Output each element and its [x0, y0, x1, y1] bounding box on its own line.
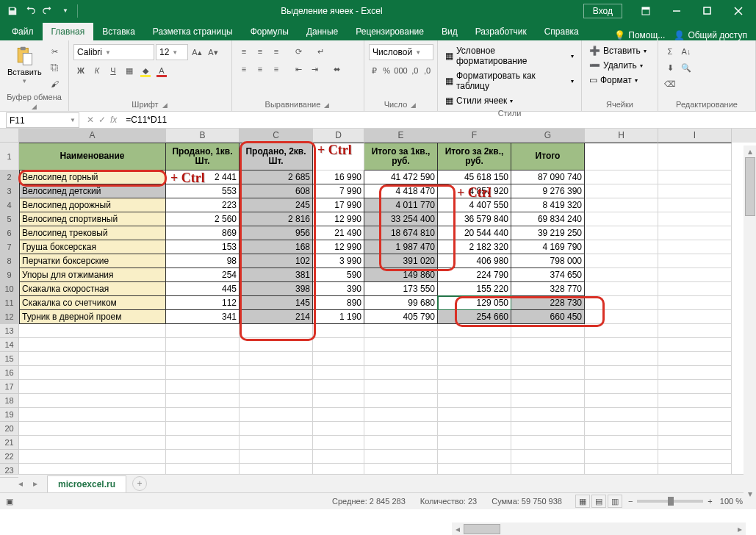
fx-icon[interactable]: fx: [110, 115, 117, 125]
row-header-8[interactable]: 8: [0, 254, 18, 268]
maximize-icon[interactable]: [693, 0, 722, 21]
cell[interactable]: 381: [240, 268, 313, 282]
row-header-5[interactable]: 5: [0, 212, 18, 226]
cell[interactable]: 20 544 440: [438, 226, 511, 240]
decrease-indent-icon[interactable]: ⇤: [291, 62, 306, 76]
cell[interactable]: 391 020: [364, 254, 438, 268]
cell[interactable]: 869: [166, 226, 240, 240]
new-sheet-icon[interactable]: +: [132, 476, 147, 491]
format-as-table-button[interactable]: ▦Форматировать как таблицу▾: [442, 69, 577, 93]
format-painter-icon[interactable]: 🖌: [48, 76, 62, 91]
record-macro-icon[interactable]: ▣: [6, 497, 13, 506]
cell[interactable]: 18 674 810: [364, 226, 438, 240]
minimize-icon[interactable]: [662, 0, 691, 21]
ribbon-options-icon[interactable]: [631, 0, 660, 21]
tab-review[interactable]: Рецензирование: [347, 23, 433, 40]
enter-formula-icon[interactable]: ✓: [98, 115, 106, 125]
col-header-D[interactable]: D: [313, 129, 364, 143]
cell[interactable]: 41 472 590: [364, 170, 438, 184]
cell[interactable]: 1 190: [313, 310, 364, 324]
col-header-G[interactable]: G: [511, 129, 585, 143]
row-header-15[interactable]: 15: [0, 352, 18, 366]
worksheet-grid[interactable]: 1234567891011121314151617181920212223 AB…: [0, 129, 756, 474]
row-header-16[interactable]: 16: [0, 366, 18, 380]
cell[interactable]: 2 560: [166, 212, 240, 226]
increase-decimal-icon[interactable]: ,0: [410, 63, 421, 78]
cell[interactable]: 102: [240, 254, 313, 268]
cell[interactable]: 228 730: [511, 296, 585, 310]
row-header-21[interactable]: 21: [0, 436, 18, 450]
col-header-F[interactable]: F: [438, 129, 511, 143]
row-header-3[interactable]: 3: [0, 184, 18, 198]
cell[interactable]: 608: [240, 184, 313, 198]
cell[interactable]: 45 618 150: [438, 170, 511, 184]
align-bottom-icon[interactable]: ≡: [269, 44, 284, 59]
cell[interactable]: 168: [240, 240, 313, 254]
increase-indent-icon[interactable]: ⇥: [307, 62, 322, 76]
merge-icon[interactable]: ⬌: [329, 62, 344, 76]
col-header-E[interactable]: E: [364, 129, 438, 143]
cell[interactable]: 2 685: [240, 170, 313, 184]
bold-button[interactable]: Ж: [73, 63, 88, 78]
row-header-17[interactable]: 17: [0, 380, 18, 394]
cell[interactable]: 33 254 400: [364, 212, 438, 226]
cell[interactable]: 7 990: [313, 184, 364, 198]
cell[interactable]: 590: [313, 268, 364, 282]
row-header-20[interactable]: 20: [0, 422, 18, 436]
cell[interactable]: 341: [166, 310, 240, 324]
cell[interactable]: 129 050: [438, 296, 511, 310]
cell[interactable]: 328 770: [511, 282, 585, 296]
cell-styles-button[interactable]: ▦Стили ячеек▾: [442, 94, 516, 107]
cell[interactable]: 553: [166, 184, 240, 198]
page-layout-view-icon[interactable]: ▤: [591, 495, 606, 508]
col-header-H[interactable]: H: [585, 129, 658, 143]
cell[interactable]: 214: [240, 310, 313, 324]
cell[interactable]: Скакалка со счетчиком: [19, 296, 166, 310]
undo-icon[interactable]: [22, 3, 38, 19]
decrease-font-icon[interactable]: A▾: [206, 45, 220, 60]
zoom-out-icon[interactable]: −: [628, 497, 633, 506]
cell[interactable]: 4 407 550: [438, 198, 511, 212]
paste-button[interactable]: Вставить ▼: [4, 44, 45, 86]
cell[interactable]: 4 011 770: [364, 198, 438, 212]
sign-in-button[interactable]: Вход: [583, 4, 622, 18]
cell[interactable]: 2 816: [240, 212, 313, 226]
cell[interactable]: 406 980: [438, 254, 511, 268]
percent-icon[interactable]: %: [381, 63, 392, 78]
cell[interactable]: 4 169 790: [511, 240, 585, 254]
cell[interactable]: 112: [166, 296, 240, 310]
number-format-combo[interactable]: Числовой▼: [369, 44, 433, 60]
cell[interactable]: 254: [166, 268, 240, 282]
orientation-icon[interactable]: ⟳: [291, 44, 306, 59]
scroll-up-icon[interactable]: ▴: [744, 146, 756, 157]
cell[interactable]: 9 276 390: [511, 184, 585, 198]
cell[interactable]: 39 219 250: [511, 226, 585, 240]
conditional-formatting-button[interactable]: ▦Условное форматирование▾: [442, 44, 577, 68]
row-header-10[interactable]: 10: [0, 282, 18, 296]
row-header-14[interactable]: 14: [0, 338, 18, 352]
scroll-left-icon[interactable]: ◂: [452, 523, 464, 535]
cell[interactable]: 405 790: [364, 310, 438, 324]
currency-icon[interactable]: ₽: [369, 63, 380, 78]
insert-cells-button[interactable]: ➕Вставить▾: [586, 44, 649, 57]
underline-button[interactable]: Ч: [106, 63, 120, 78]
copy-icon[interactable]: ⿻: [48, 60, 62, 75]
scroll-thumb-h[interactable]: [464, 524, 500, 534]
tab-developer[interactable]: Разработчик: [467, 23, 536, 40]
cell[interactable]: 4 857 920: [438, 184, 511, 198]
cell[interactable]: Велосипед детский: [19, 184, 166, 198]
row-header-23[interactable]: 23: [0, 464, 18, 478]
cell[interactable]: 2 441: [166, 170, 240, 184]
border-icon[interactable]: ▦: [122, 63, 137, 78]
align-middle-icon[interactable]: ≡: [253, 44, 267, 59]
tab-data[interactable]: Данные: [298, 23, 347, 40]
align-top-icon[interactable]: ≡: [237, 44, 251, 59]
share-button[interactable]: 👤Общий доступ: [674, 30, 747, 40]
fill-color-icon[interactable]: ◆: [138, 63, 153, 78]
fill-icon[interactable]: ⬇: [663, 60, 677, 75]
tell-me-button[interactable]: 💡Помощ...: [614, 30, 665, 40]
font-name-combo[interactable]: Calibri▼: [73, 44, 154, 60]
font-color-icon[interactable]: A: [154, 63, 169, 78]
tab-insert[interactable]: Вставка: [93, 23, 144, 40]
row-header-19[interactable]: 19: [0, 408, 18, 422]
